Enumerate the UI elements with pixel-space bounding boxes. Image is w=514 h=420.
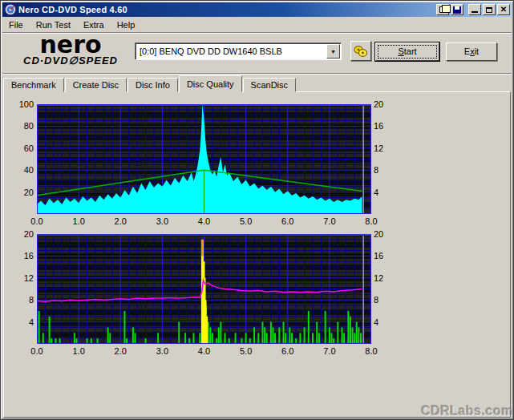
close-button[interactable]: ✕ bbox=[497, 4, 510, 15]
y-axis-left-tick: 12 bbox=[0, 273, 34, 283]
tab-create-disc[interactable]: Create Disc bbox=[65, 78, 127, 92]
x-axis-tick: 5.0 bbox=[235, 346, 257, 356]
y-axis-right-tick: 12 bbox=[374, 273, 393, 283]
exit-button-label-rest: it bbox=[475, 46, 480, 56]
x-axis-tick: 4.0 bbox=[193, 216, 216, 226]
x-axis-tick: 8.0 bbox=[360, 346, 382, 356]
x-axis-tick: 7.0 bbox=[318, 216, 341, 226]
y-axis-left-tick: 8 bbox=[0, 295, 34, 305]
y-axis-right-tick: 8 bbox=[374, 295, 393, 305]
y-axis-left-tick: 100 bbox=[0, 99, 34, 109]
x-axis-tick: 1.0 bbox=[67, 346, 90, 356]
y-axis-left-tick: 60 bbox=[0, 143, 34, 153]
save-icon bbox=[453, 6, 461, 14]
copy-icon bbox=[439, 6, 447, 13]
tab-disc-quality[interactable]: Disc Quality bbox=[179, 75, 242, 92]
y-axis-right-tick: 16 bbox=[374, 121, 393, 131]
watermark: CDRLabs.com bbox=[421, 404, 513, 418]
divider bbox=[2, 73, 512, 75]
tab-benchmark[interactable]: Benchmark bbox=[3, 78, 64, 92]
y-axis-left-tick: 16 bbox=[0, 251, 34, 260]
chevron-down-icon: ▼ bbox=[330, 49, 336, 55]
x-axis-tick: 0.0 bbox=[26, 346, 48, 356]
minimize-icon bbox=[472, 11, 478, 13]
drive-select-value: [0:0] BENQ DVD DD DW1640 BSLB bbox=[136, 46, 326, 56]
x-axis-tick: 3.0 bbox=[151, 216, 173, 226]
pi-errors-chart: 10080604020201612840.01.02.03.04.05.06.0… bbox=[0, 104, 514, 228]
x-axis-tick: 2.0 bbox=[109, 346, 132, 356]
y-axis-left-tick: 20 bbox=[0, 229, 34, 239]
menu-item-extra[interactable]: Extra bbox=[77, 18, 111, 31]
y-axis-left-tick: 80 bbox=[0, 121, 34, 131]
x-axis-tick: 7.0 bbox=[318, 346, 341, 356]
x-axis-tick: 2.0 bbox=[109, 216, 132, 226]
drive-settings-button[interactable] bbox=[350, 41, 371, 61]
close-icon: ✕ bbox=[500, 6, 507, 14]
x-axis-tick: 4.0 bbox=[193, 346, 216, 356]
menu-item-help[interactable]: Help bbox=[111, 18, 142, 31]
x-axis-tick: 1.0 bbox=[67, 216, 90, 226]
tab-scandisc[interactable]: ScanDisc bbox=[243, 78, 296, 92]
app-icon bbox=[5, 4, 16, 15]
nero-logo-text: nero bbox=[11, 35, 130, 55]
y-axis-right-tick: 8 bbox=[374, 165, 393, 175]
menu-item-run-test[interactable]: Run Test bbox=[30, 18, 77, 31]
window-title: Nero CD-DVD Speed 4.60 bbox=[18, 5, 435, 14]
x-axis-tick: 6.0 bbox=[277, 216, 299, 226]
start-button-label-rest: tart bbox=[404, 46, 417, 56]
tab-strip: Benchmark Create Disc Disc Info Disc Qua… bbox=[3, 77, 297, 92]
start-button[interactable]: Start bbox=[375, 42, 439, 61]
pi-failures-chart: 20161284201612840.01.02.03.04.05.06.07.0… bbox=[0, 234, 514, 357]
y-axis-right-tick: 4 bbox=[374, 188, 393, 197]
nero-logo: nero CD·DVD∅SPEED bbox=[11, 35, 130, 67]
x-axis-tick: 0.0 bbox=[26, 216, 48, 226]
x-axis-tick: 5.0 bbox=[235, 216, 257, 226]
maximize-icon bbox=[486, 7, 492, 13]
title-bar: Nero CD-DVD Speed 4.60 ✕ bbox=[2, 2, 512, 17]
x-axis-tick: 8.0 bbox=[360, 216, 382, 226]
y-axis-left-tick: 40 bbox=[0, 165, 34, 175]
y-axis-left-tick: 20 bbox=[0, 188, 34, 197]
y-axis-right-tick: 12 bbox=[374, 143, 393, 153]
drive-select[interactable]: [0:0] BENQ DVD DD DW1640 BSLB ▼ bbox=[135, 42, 342, 60]
y-axis-right-tick: 4 bbox=[374, 317, 393, 327]
y-axis-right-tick: 20 bbox=[374, 99, 393, 109]
exit-button[interactable]: Exit bbox=[446, 42, 497, 61]
y-axis-right-tick: 20 bbox=[374, 229, 393, 239]
start-button-accesskey: S bbox=[398, 46, 403, 56]
tab-disc-info[interactable]: Disc Info bbox=[127, 78, 178, 92]
save-button[interactable] bbox=[451, 4, 463, 15]
x-axis-tick: 3.0 bbox=[151, 346, 173, 356]
maximize-button[interactable] bbox=[483, 4, 496, 15]
y-axis-left-tick: 4 bbox=[0, 317, 34, 327]
copy-button[interactable] bbox=[436, 4, 449, 15]
minimize-button[interactable] bbox=[468, 4, 481, 15]
drive-select-arrow[interactable]: ▼ bbox=[326, 44, 340, 59]
x-axis-tick: 6.0 bbox=[277, 346, 299, 356]
drive-settings-icon bbox=[354, 45, 368, 58]
menu-item-file[interactable]: File bbox=[2, 18, 30, 31]
cddvd-speed-logo-text: CD·DVD∅SPEED bbox=[11, 55, 130, 67]
y-axis-right-tick: 16 bbox=[374, 251, 393, 260]
